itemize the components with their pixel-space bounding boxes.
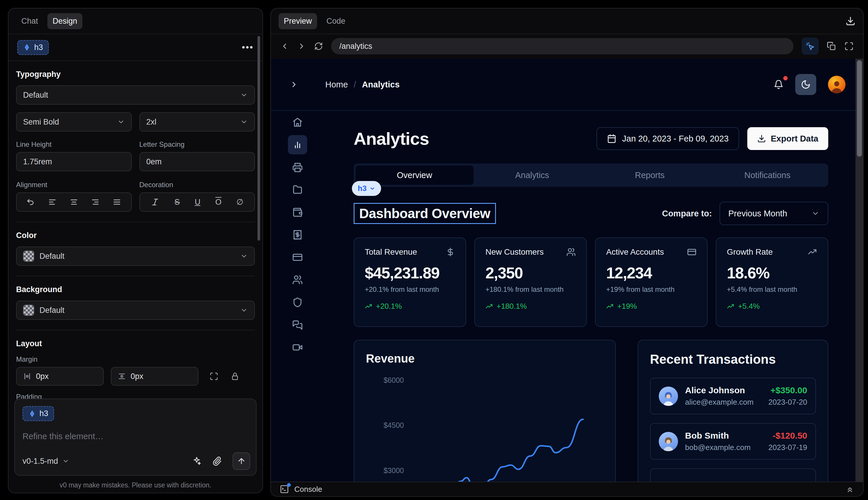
sidebar-item-receipts[interactable] xyxy=(288,225,307,245)
user-avatar[interactable] xyxy=(828,76,845,93)
margin-x-input[interactable]: 0px xyxy=(16,367,104,386)
revenue-chart-card: Revenue $6000 $4500 $3000 xyxy=(354,340,616,481)
sidebar-item-customers[interactable] xyxy=(288,270,307,289)
margin-x-icon xyxy=(23,372,31,380)
align-right-icon[interactable] xyxy=(91,198,100,206)
stat-card-new-customers[interactable]: New Customers 2,350 +180.1% from last mo… xyxy=(474,237,587,327)
preview-scrollbar[interactable] xyxy=(855,59,863,481)
sparkles-icon[interactable] xyxy=(192,456,202,466)
sidebar-item-cards[interactable] xyxy=(288,248,307,267)
color-select[interactable]: Default xyxy=(16,247,255,266)
bell-icon[interactable] xyxy=(774,80,784,90)
element-tag-badge[interactable]: h3 xyxy=(352,181,381,196)
composer-input[interactable]: Refine this element… xyxy=(23,432,248,441)
disclaimer-text: v0 may make mistakes. Please use with di… xyxy=(9,481,263,489)
background-select[interactable]: Default xyxy=(16,300,255,320)
theme-toggle-button[interactable] xyxy=(795,74,816,95)
sidebar-item-analytics[interactable] xyxy=(288,135,307,155)
transaction-row[interactable]: Bob Smith bob@example.com -$120.50 2023-… xyxy=(650,423,816,459)
folder-icon xyxy=(292,184,303,195)
compare-select[interactable]: Previous Month xyxy=(719,202,828,225)
sidebar-item-invoices[interactable] xyxy=(288,158,307,177)
transaction-name: Bob Smith xyxy=(685,431,751,441)
tab-design[interactable]: Design xyxy=(47,13,82,29)
paperclip-icon[interactable] xyxy=(212,456,222,466)
sidebar-item-wallet[interactable] xyxy=(288,203,307,222)
model-select[interactable]: v0-1.5-md xyxy=(23,457,69,466)
stat-card-total-revenue[interactable]: Total Revenue $45,231.89 +20.1% from las… xyxy=(354,237,466,327)
sidebar-item-home[interactable] xyxy=(288,113,307,132)
forward-icon[interactable] xyxy=(297,42,306,50)
lock-icon[interactable] xyxy=(231,372,239,381)
copy-icon[interactable] xyxy=(827,42,836,51)
tab-preview[interactable]: Preview xyxy=(278,13,317,29)
italic-icon[interactable] xyxy=(151,198,160,206)
stat-card-active-accounts[interactable]: Active Accounts 12,234 +19% from last mo… xyxy=(595,237,708,327)
sidebar-item-video[interactable] xyxy=(288,338,307,357)
font-size-select[interactable]: 2xl xyxy=(139,112,255,132)
export-data-button[interactable]: Export Data xyxy=(747,127,828,150)
breadcrumb: Home / Analytics xyxy=(325,80,400,90)
receipt-icon xyxy=(292,229,303,240)
undo-icon[interactable] xyxy=(26,198,35,206)
clear-format-icon[interactable]: ∅ xyxy=(236,197,243,207)
preview-panel: Preview Code /analytics Home / Analytics xyxy=(270,8,864,497)
stat-title: Total Revenue xyxy=(365,247,417,257)
underline-icon[interactable]: U xyxy=(195,198,200,207)
download-icon[interactable] xyxy=(845,16,855,26)
fullscreen-icon[interactable] xyxy=(844,42,854,51)
refresh-icon[interactable] xyxy=(314,42,323,50)
preview-scrollbar-thumb[interactable] xyxy=(857,60,862,157)
transaction-row[interactable] xyxy=(650,468,816,481)
breadcrumb-home[interactable]: Home xyxy=(325,80,348,90)
overline-icon[interactable]: O xyxy=(216,198,221,207)
ellipsis-icon[interactable]: ••• xyxy=(242,42,254,52)
transaction-row[interactable]: Alice Johnson alice@example.com +$350.00… xyxy=(650,378,816,414)
wallet-icon xyxy=(292,207,303,217)
background-value: Default xyxy=(39,306,65,315)
sidebar-item-security[interactable] xyxy=(288,293,307,312)
strikethrough-icon[interactable]: S xyxy=(174,198,180,207)
console-bar[interactable]: Console xyxy=(271,481,863,496)
line-height-input[interactable]: 1.75rem xyxy=(16,152,132,171)
margin-y-input[interactable]: 0px xyxy=(111,367,198,386)
selected-element-badge[interactable]: h3 xyxy=(17,40,49,55)
left-panel-scrollbar[interactable] xyxy=(257,36,260,241)
letter-spacing-input[interactable]: 0em xyxy=(139,152,255,171)
align-justify-icon[interactable] xyxy=(113,198,121,206)
selected-element-outline[interactable]: Dashboard Overview xyxy=(354,203,496,224)
revenue-line-chart: $6000 $4500 $3000 xyxy=(366,369,605,481)
chevron-down-icon xyxy=(240,306,248,314)
stat-card-growth-rate[interactable]: Growth Rate 18.6% +5.4% from last month … xyxy=(716,237,828,327)
expand-icon[interactable] xyxy=(210,372,218,381)
url-input[interactable]: /analytics xyxy=(331,38,794,54)
stat-value: 18.6% xyxy=(727,264,817,282)
sidebar-item-messages[interactable] xyxy=(288,315,307,334)
back-icon[interactable] xyxy=(280,42,289,50)
revenue-series-line xyxy=(401,419,583,481)
tab-chat[interactable]: Chat xyxy=(16,13,43,29)
tab-notifications[interactable]: Notifications xyxy=(709,166,826,185)
font-family-select[interactable]: Default xyxy=(16,86,255,105)
send-button[interactable] xyxy=(233,452,250,470)
inspect-cursor-icon[interactable] xyxy=(802,38,819,55)
tab-code[interactable]: Code xyxy=(321,13,351,29)
stat-trend-value: +5.4% xyxy=(738,302,760,311)
compare-label: Compare to: xyxy=(662,209,712,218)
chevrons-up-icon[interactable] xyxy=(845,485,854,493)
y-tick: $4500 xyxy=(383,421,404,429)
chevron-right-icon[interactable] xyxy=(290,80,298,89)
trending-up-icon xyxy=(808,247,817,257)
align-center-icon[interactable] xyxy=(70,198,78,206)
sidebar-item-files[interactable] xyxy=(288,180,307,200)
alignment-label: Alignment xyxy=(16,181,132,189)
refine-composer[interactable]: h3 Refine this element… v0-1.5-md xyxy=(14,399,257,476)
design-panel: Chat Design h3 ••• Typography Default Se… xyxy=(8,8,263,493)
date-range-button[interactable]: Jan 20, 2023 - Feb 09, 2023 xyxy=(597,127,739,150)
tab-analytics[interactable]: Analytics xyxy=(473,166,591,185)
dashboard-body: Analytics Jan 20, 2023 - Feb 09, 2023 Ex… xyxy=(271,111,855,481)
tab-reports[interactable]: Reports xyxy=(591,166,709,185)
font-weight-select[interactable]: Semi Bold xyxy=(16,112,132,132)
composer-element-badge[interactable]: h3 xyxy=(23,406,54,421)
align-left-icon[interactable] xyxy=(48,198,57,206)
